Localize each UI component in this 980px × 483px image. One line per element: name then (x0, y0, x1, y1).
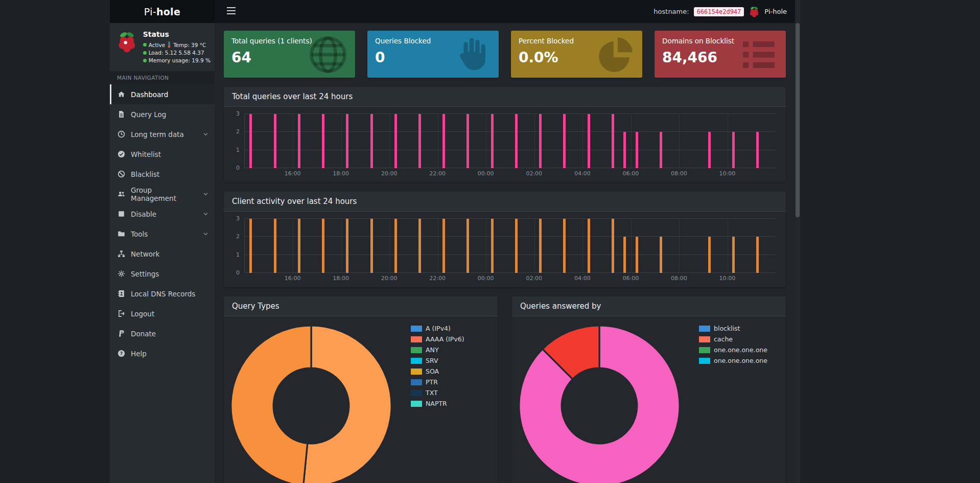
x-axis: 16:0018:0020:0022:0000:0002:0004:0006:00… (244, 170, 776, 178)
sidebar: Status Active Temp: 39 °C Load: 5.12 5.5… (110, 23, 215, 483)
chart-bar (563, 114, 566, 168)
legend-label: NAPTR (426, 400, 447, 407)
total-queries-card[interactable]: Total queries (1 clients) 64 (224, 31, 355, 78)
legend-item[interactable]: one.one.one.one (699, 357, 767, 364)
chart-bar (274, 219, 276, 273)
sidebar-item-long-term-data[interactable]: Long term data (110, 124, 215, 144)
legend-item[interactable]: AAAA (IPv6) (411, 335, 464, 343)
legend-item[interactable]: SRV (411, 357, 464, 364)
chart-bar (466, 114, 469, 168)
percent-blocked-card[interactable]: Percent Blocked 0.0% (511, 31, 642, 78)
users-icon (118, 190, 125, 198)
chart-bar (623, 237, 626, 273)
chart-bar (370, 114, 373, 168)
card-label: Domains on Blocklist (662, 37, 778, 45)
chart-bar (346, 219, 348, 273)
chart-bar (732, 237, 735, 273)
summary-cards: Total queries (1 clients) 64 Queries Blo… (224, 31, 786, 78)
sidebar-item-query-log[interactable]: Query Log (110, 104, 215, 124)
chart-bar (588, 114, 590, 168)
client-activity-panel: Client activity over last 24 hours 0123 … (224, 192, 786, 287)
sidebar-item-local-dns-records[interactable]: Local DNS Records (110, 284, 215, 304)
sidebar-item-disable[interactable]: Disable (110, 204, 215, 224)
gear-icon (118, 270, 125, 278)
status-section: Status Active Temp: 39 °C Load: 5.12 5.5… (110, 23, 215, 71)
x-tick-label: 16:00 (285, 170, 301, 177)
chart-bar (708, 132, 711, 168)
legend-swatch (411, 326, 422, 332)
x-tick-label: 06:00 (623, 170, 639, 177)
file-list-icon (118, 110, 125, 118)
nav-section-header: MAIN NAVIGATION (110, 71, 215, 84)
answered-by-donut-chart[interactable] (515, 321, 684, 483)
x-tick-label: 04:00 (574, 275, 591, 282)
chart-plot-area (244, 219, 776, 273)
y-tick-label: 3 (236, 110, 240, 117)
sidebar-item-blacklist[interactable]: Blacklist (110, 164, 215, 184)
card-label: Total queries (1 clients) (231, 37, 347, 45)
sidebar-item-tools[interactable]: Tools (110, 224, 215, 244)
card-value: 0.0% (519, 49, 635, 66)
status-temp-label: Temp: 39 °C (173, 42, 206, 48)
legend-label: A (IPv4) (426, 325, 451, 332)
legend-swatch (699, 347, 710, 353)
sidebar-item-label: Group Management (131, 186, 197, 202)
queries-blocked-card[interactable]: Queries Blocked 0 (367, 31, 499, 78)
page-scrollbar[interactable] (795, 0, 800, 483)
chart-bar (515, 219, 518, 273)
chart-bar (515, 114, 518, 168)
legend-label: cache (714, 335, 733, 343)
total-queries-chart[interactable]: 0123 16:0018:0020:0022:0000:0002:0004:00… (231, 113, 779, 178)
sidebar-item-logout[interactable]: Logout (110, 304, 215, 324)
client-activity-chart[interactable]: 0123 16:0018:0020:0022:0000:0002:0004:00… (231, 218, 779, 283)
sidebar-item-group-management[interactable]: Group Management (110, 184, 215, 204)
x-tick-label: 18:00 (333, 275, 349, 282)
brand-logo[interactable]: Pi-hole (110, 0, 215, 23)
legend-item[interactable]: A (IPv4) (411, 325, 464, 332)
x-tick-label: 04:00 (574, 170, 591, 177)
legend-item[interactable]: cache (699, 335, 767, 343)
legend-item[interactable]: ANY (411, 346, 464, 354)
legend-swatch (411, 390, 422, 396)
x-tick-label: 00:00 (478, 170, 494, 177)
sidebar-item-whitelist[interactable]: Whitelist (110, 144, 215, 164)
chart-bar (322, 219, 324, 273)
legend-swatch (699, 358, 710, 364)
chart-bar (346, 114, 348, 168)
sidebar-item-donate[interactable]: Donate (110, 324, 215, 343)
chart-bar (708, 237, 711, 273)
sidebar-item-settings[interactable]: Settings (110, 264, 215, 284)
legend-item[interactable]: TXT (411, 389, 464, 397)
sidebar-item-help[interactable]: ? Help (110, 343, 215, 363)
query-types-donut-chart[interactable] (227, 321, 395, 483)
stop-icon (118, 210, 125, 218)
chart-bar (394, 219, 397, 273)
sidebar-item-dashboard[interactable]: Dashboard (110, 84, 215, 104)
topbar-app-name[interactable]: Pi-hole (764, 8, 787, 15)
legend-swatch (699, 336, 710, 342)
sidebar-item-network[interactable]: Network (110, 244, 215, 264)
domains-on-blocklist-card[interactable]: Domains on Blocklist 84,466 (655, 31, 786, 78)
legend-item[interactable]: NAPTR (411, 400, 464, 407)
chart-bar (612, 114, 614, 168)
legend-item[interactable]: blocklist (699, 325, 767, 332)
sidebar-toggle-button[interactable] (223, 4, 240, 19)
legend-item[interactable]: PTR (411, 378, 464, 386)
chart-bar (466, 219, 469, 273)
chart-bar (274, 114, 276, 168)
query-types-panel: Query Types A (IPv4)AAAA (IPv6)ANYSRVSOA… (224, 296, 498, 483)
legend-item[interactable]: one.one.one.one (699, 346, 767, 354)
status-ok-dot (143, 51, 147, 55)
panel-title: Client activity over last 24 hours (224, 192, 786, 212)
x-tick-label: 02:00 (526, 170, 542, 177)
address-book-icon (118, 290, 125, 297)
legend-item[interactable]: SOA (411, 367, 464, 375)
status-load-label: Load: 5.12 5.58 4.37 (149, 50, 204, 56)
scrollbar-thumb[interactable] (796, 23, 800, 217)
chart-bar (563, 219, 566, 273)
status-title: Status (143, 30, 211, 38)
paypal-icon (118, 330, 125, 337)
y-tick-label: 1 (236, 251, 240, 258)
legend-label: one.one.one.one (714, 346, 767, 354)
sidebar-item-label: Help (131, 350, 147, 358)
